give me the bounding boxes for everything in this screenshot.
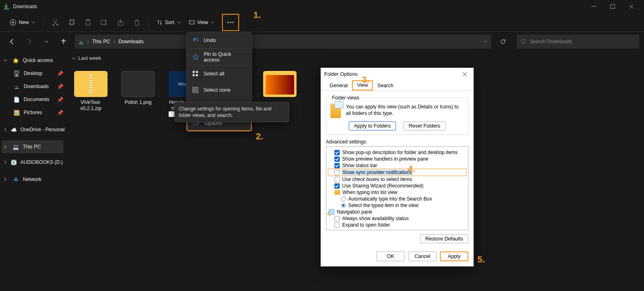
sidebar: ⭐ Quick access 🖥️ Desktop 📌 Downloads 📌 …: [0, 51, 65, 291]
adv-item[interactable]: Automatically type into the Search Box: [328, 196, 466, 202]
sidebar-quick-access[interactable]: ⭐ Quick access: [2, 54, 64, 67]
apply-button[interactable]: Apply: [440, 251, 468, 261]
ctx-select-all[interactable]: Select all: [187, 66, 252, 82]
rename-button[interactable]: [96, 14, 112, 31]
adv-item[interactable]: Expand to open folder: [328, 222, 466, 228]
cloud-icon: ☁️: [11, 126, 17, 133]
chevron-down-icon: [3, 58, 9, 62]
adv-item[interactable]: Select the typed item in the view: [328, 202, 466, 209]
svg-rect-1: [591, 6, 596, 7]
adv-item[interactable]: Always show availability status: [328, 215, 466, 222]
restore-defaults-button[interactable]: Restore Defaults: [420, 234, 468, 243]
checkbox-on-icon[interactable]: [334, 163, 340, 168]
undo-icon: [192, 37, 199, 44]
search-box[interactable]: Search Downloads: [517, 35, 639, 48]
nav-pane-icon: [329, 209, 334, 215]
refresh-button[interactable]: [496, 35, 510, 48]
adv-item[interactable]: Show status bar: [328, 162, 466, 169]
up-button[interactable]: [56, 34, 71, 49]
sidebar-network[interactable]: 🖧 Network: [2, 173, 64, 186]
radio-off-icon[interactable]: [341, 196, 346, 201]
checkbox-off-icon[interactable]: [334, 177, 340, 182]
dialog-close-button[interactable]: [459, 69, 470, 79]
adv-item[interactable]: Show preview handlers in preview pane: [328, 156, 466, 162]
back-button[interactable]: [5, 34, 20, 49]
pictures-icon: 🖼️: [13, 109, 20, 116]
drive-icon: 💽: [11, 159, 17, 166]
svg-rect-2: [611, 4, 615, 9]
recent-dropdown[interactable]: [39, 34, 54, 49]
chevron-down-icon: [211, 20, 215, 24]
close-button[interactable]: [622, 0, 641, 13]
copy-button[interactable]: [64, 14, 80, 31]
checkbox-on-icon[interactable]: [334, 150, 340, 155]
advanced-settings-list[interactable]: Show pop-up description for folder and d…: [326, 146, 468, 230]
svg-rect-0: [4, 9, 9, 9]
select-none-icon: [192, 87, 199, 93]
svg-rect-19: [193, 71, 195, 73]
delete-button[interactable]: [129, 14, 145, 31]
svg-rect-20: [196, 71, 198, 73]
checkbox-off-icon[interactable]: [334, 216, 340, 221]
tab-general[interactable]: General: [325, 81, 352, 90]
downloads-icon: [13, 83, 20, 90]
checkbox-on-icon[interactable]: [334, 183, 340, 189]
pin-icon: 📌: [57, 71, 62, 77]
file-item[interactable]: ViVeTool-v0.2.1.zip: [73, 71, 108, 112]
callout-3: 3.: [362, 75, 369, 85]
maximize-button[interactable]: [603, 0, 622, 13]
file-item[interactable]: Polish 1.png: [121, 71, 156, 106]
minimize-button[interactable]: [585, 0, 603, 13]
sidebar-audiobooks[interactable]: 💽 AUDIOBOOKS (D:): [2, 156, 64, 169]
tab-search[interactable]: Search: [373, 81, 398, 90]
radio-on-icon[interactable]: [341, 203, 346, 208]
cut-button[interactable]: [47, 14, 64, 31]
adv-item[interactable]: Use Sharing Wizard (Recommended): [328, 183, 466, 189]
file-item[interactable]: [262, 71, 297, 99]
checkbox-off-icon[interactable]: [334, 170, 340, 175]
forward-button[interactable]: [22, 34, 37, 49]
adv-item-highlighted[interactable]: Show sync provider notifications: [328, 169, 466, 176]
ok-button[interactable]: OK: [376, 251, 405, 261]
breadcrumb-thispc[interactable]: This PC: [92, 39, 110, 44]
cancel-button[interactable]: Cancel: [408, 251, 437, 261]
checkbox-on-icon[interactable]: [334, 157, 340, 162]
ctx-undo[interactable]: Undo: [187, 32, 252, 48]
more-button[interactable]: [222, 14, 239, 31]
sidebar-thispc[interactable]: 💻 This PC: [2, 140, 64, 153]
pc-icon: 💻: [12, 143, 20, 150]
select-all-icon: [192, 71, 199, 77]
ctx-pin[interactable]: Pin to Quick access: [187, 49, 252, 65]
sidebar-pictures[interactable]: 🖼️ Pictures 📌: [2, 106, 64, 119]
adv-item[interactable]: Show pop-up description for folder and d…: [328, 149, 466, 156]
advanced-settings-label: Advanced settings:: [326, 139, 468, 145]
nav-row: › This PC › Downloads Search Downloads: [0, 32, 644, 51]
adv-item[interactable]: Use check boxes to select items: [328, 176, 466, 183]
sort-dropdown[interactable]: Sort: [154, 18, 184, 27]
image-thumb: [121, 71, 155, 97]
share-button[interactable]: [112, 14, 129, 31]
sidebar-documents[interactable]: 📄 Documents 📌: [2, 93, 64, 106]
checkbox-off-icon[interactable]: [334, 223, 340, 228]
breadcrumb-downloads[interactable]: Downloads: [119, 39, 144, 44]
star-icon: ⭐: [12, 57, 20, 64]
new-button[interactable]: New: [7, 18, 39, 27]
downloads-icon: [3, 3, 10, 10]
apply-to-folders-button[interactable]: Apply to Folders: [349, 121, 396, 130]
svg-rect-25: [193, 90, 195, 93]
sidebar-downloads[interactable]: Downloads 📌: [2, 80, 64, 93]
toolbar: New Sort View 1.: [0, 13, 644, 32]
svg-point-5: [57, 24, 58, 26]
paste-button[interactable]: [80, 14, 96, 31]
chevron-right-icon: [3, 177, 9, 181]
view-dropdown[interactable]: View: [186, 18, 218, 27]
chevron-down-icon[interactable]: [483, 39, 488, 44]
address-bar[interactable]: › This PC › Downloads: [75, 35, 491, 48]
ctx-select-none[interactable]: Select none: [187, 82, 252, 98]
svg-point-17: [521, 40, 525, 43]
reset-folders-button[interactable]: Reset Folders: [403, 121, 446, 130]
sidebar-onedrive[interactable]: ☁️ OneDrive - Personal: [2, 123, 64, 136]
sidebar-desktop[interactable]: 🖥️ Desktop 📌: [2, 67, 64, 80]
group-header[interactable]: Last week: [65, 51, 644, 63]
window-title: Downloads: [13, 4, 37, 9]
